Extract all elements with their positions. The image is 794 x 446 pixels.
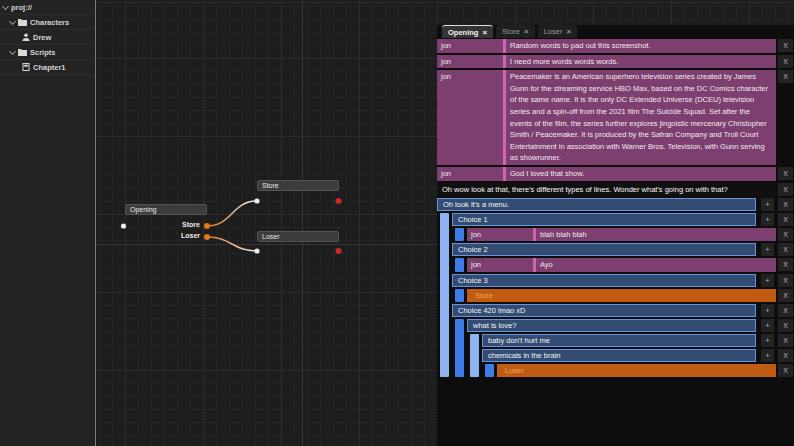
- dialogue-line: jonGod I loved that show.X: [437, 167, 793, 181]
- delete-line-button[interactable]: X: [778, 70, 793, 83]
- dialogue-text-field[interactable]: Peacemaker is an American superhero tele…: [506, 70, 776, 165]
- document-icon: [22, 63, 30, 71]
- dialogue-text-field[interactable]: Ayo: [536, 258, 776, 272]
- menu-text-field[interactable]: what is love?: [467, 319, 756, 332]
- delete-line-button[interactable]: X: [778, 349, 793, 362]
- choice-text-field[interactable]: baby don't hurt me: [482, 334, 756, 347]
- script-lines-list: jonRandom words to pad out this screensh…: [437, 38, 794, 379]
- character-name-field[interactable]: jon: [437, 167, 503, 181]
- dialogue-text-field[interactable]: blah blah blah: [536, 228, 776, 242]
- choice-line: Choice 420 lmao xD+X: [452, 304, 793, 317]
- character-name-field[interactable]: jon: [437, 70, 503, 165]
- add-choice-button[interactable]: +: [761, 213, 774, 226]
- dialogue-line: jonAyoX: [467, 258, 793, 272]
- delete-line-button[interactable]: X: [778, 304, 793, 317]
- choice-text-field[interactable]: Choice 420 lmao xD: [452, 304, 756, 317]
- indent-bar: [455, 258, 464, 272]
- add-choice-button[interactable]: +: [761, 274, 774, 287]
- tab-bar: Opening×Store×Loser×: [437, 25, 794, 38]
- tab-close-icon[interactable]: ×: [566, 27, 571, 36]
- delete-line-button[interactable]: X: [778, 39, 793, 52]
- nested-lines-block: LoserX: [482, 364, 793, 379]
- delete-line-button[interactable]: X: [778, 274, 793, 287]
- delete-line-button[interactable]: X: [778, 319, 793, 332]
- tab-close-icon[interactable]: ×: [524, 27, 529, 36]
- add-choice-button[interactable]: +: [761, 198, 774, 211]
- folder-icon: [18, 18, 27, 26]
- end-port[interactable]: [336, 198, 342, 204]
- nested-lines-block: jonblah blah blahX: [452, 228, 793, 244]
- indent-bar: [485, 364, 494, 377]
- graph-node-title-store[interactable]: Store: [257, 180, 339, 191]
- add-choice-button[interactable]: +: [761, 304, 774, 317]
- tree-item-root[interactable]: proj://: [0, 0, 95, 15]
- tab-store[interactable]: Store×: [496, 25, 535, 38]
- person-icon: [22, 33, 30, 41]
- dialogue-text-field[interactable]: Random words to pad out this screenshot.: [506, 39, 776, 53]
- character-name-field[interactable]: jon: [467, 258, 533, 272]
- chevron-down-icon[interactable]: [9, 47, 16, 54]
- graph-node-title-loser[interactable]: Loser: [257, 231, 339, 242]
- input-port[interactable]: [254, 198, 259, 203]
- tab-opening[interactable]: Opening×: [442, 25, 493, 38]
- nested-lines-list: jonblah blah blahX: [467, 228, 793, 244]
- tree-item-characters[interactable]: Characters: [0, 15, 95, 30]
- delete-line-button[interactable]: X: [778, 258, 793, 271]
- tree-item-scripts[interactable]: Scripts: [0, 45, 95, 60]
- panel-divider[interactable]: [95, 0, 96, 446]
- folder-icon: [18, 48, 27, 56]
- delete-line-button[interactable]: X: [778, 364, 793, 377]
- output-port[interactable]: [204, 234, 210, 240]
- delete-line-button[interactable]: X: [778, 289, 793, 302]
- output-label-loser: Loser: [125, 230, 207, 241]
- tree-item-drew[interactable]: Drew: [0, 30, 95, 45]
- character-name-field[interactable]: jon: [467, 228, 533, 242]
- delete-line-button[interactable]: X: [778, 167, 793, 180]
- dialogue-line: jonI need more words words words.X: [437, 55, 793, 69]
- choice-text-field[interactable]: Choice 2: [452, 243, 756, 256]
- menu-text-field[interactable]: Oh look it's a menu.: [437, 198, 756, 211]
- add-choice-button[interactable]: +: [761, 349, 774, 362]
- delete-line-button[interactable]: X: [778, 198, 793, 211]
- goto-node-label[interactable]: Loser: [497, 364, 776, 377]
- dialogue-text-field[interactable]: I need more words words words.: [506, 55, 776, 69]
- chevron-down-icon[interactable]: [2, 2, 9, 9]
- tree-item-label: Chapter1: [33, 63, 66, 72]
- choice-line: Choice 2+X: [452, 243, 793, 256]
- delete-line-button[interactable]: X: [778, 228, 793, 241]
- input-port[interactable]: [254, 248, 259, 253]
- choice-line: Choice 3+X: [452, 274, 793, 287]
- input-port[interactable]: [121, 223, 126, 228]
- delete-line-button[interactable]: X: [778, 334, 793, 347]
- tree-root-label: proj://: [11, 3, 32, 12]
- delete-line-button[interactable]: X: [778, 55, 793, 68]
- choice-text-field[interactable]: Choice 1: [452, 213, 756, 226]
- choice-text-field[interactable]: chemicals in the brain: [482, 349, 756, 362]
- character-name-field[interactable]: jon: [437, 39, 503, 53]
- graph-node-title-opening[interactable]: Opening: [125, 204, 207, 215]
- nested-lines-list: what is love?+Xbaby don't hurt me+Xchemi…: [467, 319, 793, 379]
- goto-node-label[interactable]: Store: [467, 289, 776, 302]
- delete-line-button[interactable]: X: [778, 243, 793, 256]
- indent-bar: [455, 319, 464, 377]
- tree-item-chapter1[interactable]: Chapter1: [0, 60, 95, 75]
- delete-line-button[interactable]: X: [778, 183, 793, 196]
- nested-lines-list: StoreX: [467, 289, 793, 304]
- output-port[interactable]: [204, 223, 210, 229]
- chevron-down-icon[interactable]: [9, 17, 16, 24]
- indent-bar: [455, 289, 464, 302]
- dialogue-text-field[interactable]: God I loved that show.: [506, 167, 776, 181]
- tab-loser[interactable]: Loser×: [538, 25, 577, 38]
- add-choice-button[interactable]: +: [761, 243, 774, 256]
- add-choice-button[interactable]: +: [761, 334, 774, 347]
- connection-wire: [207, 201, 257, 226]
- delete-line-button[interactable]: X: [778, 213, 793, 226]
- tab-close-icon[interactable]: ×: [482, 28, 487, 37]
- add-choice-button[interactable]: +: [761, 319, 774, 332]
- nested-lines-block: what is love?+Xbaby don't hurt me+Xchemi…: [452, 319, 793, 379]
- character-name-field[interactable]: jon: [437, 55, 503, 69]
- choice-text-field[interactable]: Choice 3: [452, 274, 756, 287]
- indent-bar: [470, 334, 479, 377]
- comment-text-field[interactable]: Oh wow look at that, there's different t…: [437, 183, 776, 196]
- end-port[interactable]: [336, 248, 342, 254]
